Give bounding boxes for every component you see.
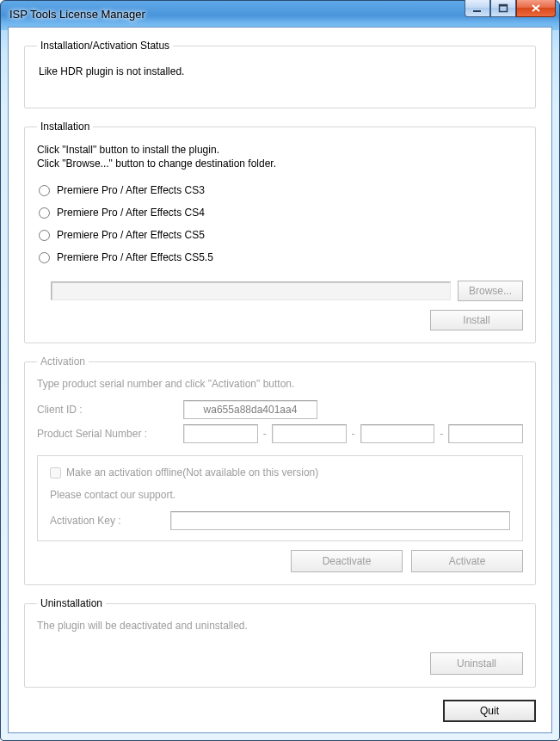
window-frame: ISP Tools License Manager Installation/A… bbox=[0, 0, 560, 741]
activate-button[interactable]: Activate bbox=[411, 550, 523, 572]
maximize-button[interactable] bbox=[490, 0, 516, 17]
radio-cs55-input[interactable] bbox=[39, 252, 50, 263]
serial-part-1[interactable] bbox=[183, 424, 258, 443]
radio-cs5-input[interactable] bbox=[39, 230, 50, 241]
svg-rect-2 bbox=[500, 4, 508, 6]
activation-key-field[interactable] bbox=[170, 511, 510, 530]
radio-cs55[interactable]: Premiere Pro / After Effects CS5.5 bbox=[37, 246, 523, 269]
activation-key-row: Activation Key : bbox=[50, 511, 510, 530]
uninstallation-note: The plugin will be deactivated and unins… bbox=[37, 620, 523, 632]
browse-button[interactable]: Browse... bbox=[458, 281, 523, 301]
install-path-input[interactable] bbox=[51, 281, 451, 300]
install-path-row: Browse... bbox=[51, 281, 523, 301]
activation-legend: Activation bbox=[37, 355, 89, 367]
offline-label: Make an activation offline(Not available… bbox=[66, 466, 318, 479]
install-instr-line1: Click "Install" button to install the pl… bbox=[37, 143, 523, 157]
minimize-button[interactable] bbox=[465, 0, 490, 17]
uninstallation-legend: Uninstallation bbox=[37, 597, 106, 609]
close-icon bbox=[530, 3, 542, 13]
install-instr-line2: Click "Browse..." button to change desti… bbox=[37, 157, 523, 170]
serial-dash-1: - bbox=[262, 428, 268, 440]
quit-row: Quit bbox=[24, 700, 536, 722]
radio-cs3[interactable]: Premiere Pro / After Effects CS3 bbox=[37, 179, 523, 201]
radio-cs5[interactable]: Premiere Pro / After Effects CS5 bbox=[37, 224, 523, 246]
close-button[interactable] bbox=[516, 0, 556, 17]
serial-group: - - - bbox=[183, 424, 523, 443]
install-button-row: Install bbox=[37, 310, 523, 330]
window-controls bbox=[465, 0, 556, 17]
client-area: Installation/Activation Status Like HDR … bbox=[8, 27, 552, 733]
radio-cs5-label: Premiere Pro / After Effects CS5 bbox=[57, 229, 205, 241]
serial-part-2[interactable] bbox=[272, 424, 347, 443]
install-button[interactable]: Install bbox=[430, 310, 523, 330]
activation-key-label: Activation Key : bbox=[50, 515, 162, 527]
activation-note: Type product serial number and click "Ac… bbox=[37, 378, 523, 390]
title-bar[interactable]: ISP Tools License Manager bbox=[1, 1, 559, 27]
client-id-field[interactable] bbox=[183, 400, 317, 419]
radio-cs4-input[interactable] bbox=[39, 207, 50, 219]
installation-legend: Installation bbox=[37, 120, 93, 133]
radio-cs55-label: Premiere Pro / After Effects CS5.5 bbox=[57, 251, 213, 263]
quit-button[interactable]: Quit bbox=[443, 700, 536, 722]
radio-cs4[interactable]: Premiere Pro / After Effects CS4 bbox=[37, 201, 523, 224]
maximize-icon bbox=[498, 3, 508, 14]
status-legend: Installation/Activation Status bbox=[37, 40, 173, 52]
serial-part-3[interactable] bbox=[360, 424, 435, 443]
uninstall-button[interactable]: Uninstall bbox=[430, 652, 523, 675]
minimize-icon bbox=[472, 3, 483, 14]
activation-group: Activation Type product serial number an… bbox=[24, 355, 536, 585]
deactivate-button[interactable]: Deactivate bbox=[291, 550, 403, 572]
serial-part-4[interactable] bbox=[448, 424, 523, 443]
radio-cs3-label: Premiere Pro / After Effects CS3 bbox=[57, 184, 205, 196]
radio-cs3-input[interactable] bbox=[39, 185, 50, 196]
installation-group: Installation Click "Install" button to i… bbox=[24, 120, 536, 343]
offline-checkbox[interactable] bbox=[50, 467, 61, 479]
status-group: Installation/Activation Status Like HDR … bbox=[24, 40, 536, 108]
serial-dash-2: - bbox=[350, 428, 357, 440]
client-id-row: Client ID : bbox=[37, 400, 523, 419]
support-text: Please contact our support. bbox=[50, 489, 510, 501]
svg-rect-0 bbox=[473, 10, 481, 12]
uninstall-button-row: Uninstall bbox=[37, 652, 523, 675]
install-instructions: Click "Install" button to install the pl… bbox=[37, 143, 523, 170]
radio-cs4-label: Premiere Pro / After Effects CS4 bbox=[57, 207, 205, 219]
serial-row: Product Serial Number : - - - bbox=[37, 424, 523, 443]
client-id-label: Client ID : bbox=[37, 404, 183, 416]
activation-button-row: Deactivate Activate bbox=[37, 550, 523, 572]
status-message: Like HDR plugin is not installed. bbox=[37, 62, 523, 81]
uninstallation-group: Uninstallation The plugin will be deacti… bbox=[24, 597, 536, 688]
offline-checkbox-row[interactable]: Make an activation offline(Not available… bbox=[50, 466, 510, 479]
offline-box: Make an activation offline(Not available… bbox=[37, 455, 523, 541]
serial-dash-3: - bbox=[438, 428, 445, 440]
serial-label: Product Serial Number : bbox=[37, 428, 183, 440]
